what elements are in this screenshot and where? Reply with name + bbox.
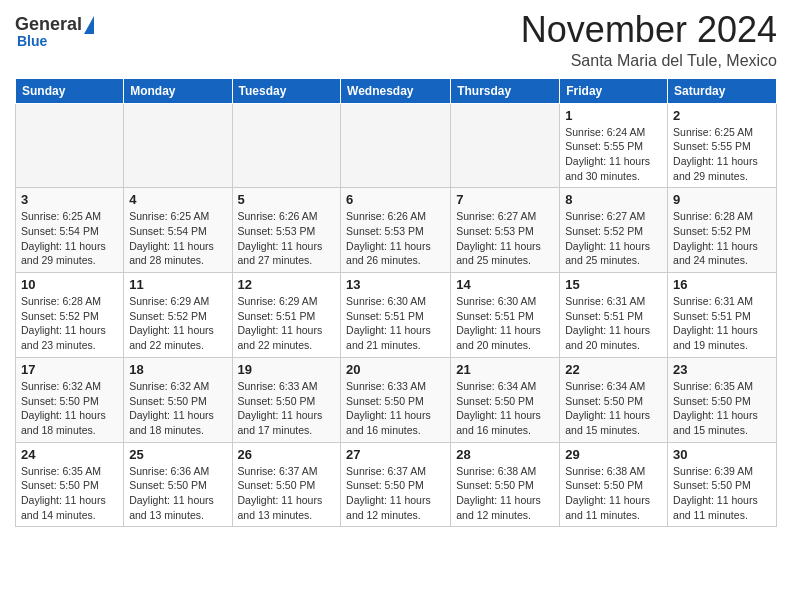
day-info: Sunrise: 6:27 AM Sunset: 5:53 PM Dayligh… — [456, 209, 554, 268]
day-info: Sunrise: 6:29 AM Sunset: 5:52 PM Dayligh… — [129, 294, 226, 353]
logo-general-text: General — [15, 14, 82, 35]
day-info: Sunrise: 6:37 AM Sunset: 5:50 PM Dayligh… — [346, 464, 445, 523]
day-number: 13 — [346, 277, 445, 292]
header-friday: Friday — [560, 78, 668, 103]
day-info: Sunrise: 6:28 AM Sunset: 5:52 PM Dayligh… — [21, 294, 118, 353]
day-info: Sunrise: 6:37 AM Sunset: 5:50 PM Dayligh… — [238, 464, 336, 523]
day-info: Sunrise: 6:30 AM Sunset: 5:51 PM Dayligh… — [346, 294, 445, 353]
day-info: Sunrise: 6:28 AM Sunset: 5:52 PM Dayligh… — [673, 209, 771, 268]
day-info: Sunrise: 6:25 AM Sunset: 5:54 PM Dayligh… — [21, 209, 118, 268]
day-number: 22 — [565, 362, 662, 377]
table-row: 7Sunrise: 6:27 AM Sunset: 5:53 PM Daylig… — [451, 188, 560, 273]
day-number: 25 — [129, 447, 226, 462]
day-info: Sunrise: 6:31 AM Sunset: 5:51 PM Dayligh… — [673, 294, 771, 353]
day-info: Sunrise: 6:34 AM Sunset: 5:50 PM Dayligh… — [565, 379, 662, 438]
table-row: 19Sunrise: 6:33 AM Sunset: 5:50 PM Dayli… — [232, 357, 341, 442]
day-number: 28 — [456, 447, 554, 462]
table-row: 15Sunrise: 6:31 AM Sunset: 5:51 PM Dayli… — [560, 273, 668, 358]
day-info: Sunrise: 6:29 AM Sunset: 5:51 PM Dayligh… — [238, 294, 336, 353]
table-row — [124, 103, 232, 188]
title-block: November 2024 Santa Maria del Tule, Mexi… — [521, 10, 777, 70]
day-number: 14 — [456, 277, 554, 292]
calendar-week-row: 10Sunrise: 6:28 AM Sunset: 5:52 PM Dayli… — [16, 273, 777, 358]
header-tuesday: Tuesday — [232, 78, 341, 103]
day-number: 10 — [21, 277, 118, 292]
header-monday: Monday — [124, 78, 232, 103]
day-number: 24 — [21, 447, 118, 462]
day-info: Sunrise: 6:27 AM Sunset: 5:52 PM Dayligh… — [565, 209, 662, 268]
table-row: 28Sunrise: 6:38 AM Sunset: 5:50 PM Dayli… — [451, 442, 560, 527]
day-number: 16 — [673, 277, 771, 292]
day-info: Sunrise: 6:26 AM Sunset: 5:53 PM Dayligh… — [238, 209, 336, 268]
table-row: 26Sunrise: 6:37 AM Sunset: 5:50 PM Dayli… — [232, 442, 341, 527]
day-number: 23 — [673, 362, 771, 377]
header-thursday: Thursday — [451, 78, 560, 103]
day-info: Sunrise: 6:32 AM Sunset: 5:50 PM Dayligh… — [21, 379, 118, 438]
day-info: Sunrise: 6:36 AM Sunset: 5:50 PM Dayligh… — [129, 464, 226, 523]
day-number: 3 — [21, 192, 118, 207]
table-row: 10Sunrise: 6:28 AM Sunset: 5:52 PM Dayli… — [16, 273, 124, 358]
day-number: 18 — [129, 362, 226, 377]
day-info: Sunrise: 6:33 AM Sunset: 5:50 PM Dayligh… — [346, 379, 445, 438]
day-number: 15 — [565, 277, 662, 292]
day-number: 5 — [238, 192, 336, 207]
calendar-week-row: 17Sunrise: 6:32 AM Sunset: 5:50 PM Dayli… — [16, 357, 777, 442]
day-info: Sunrise: 6:25 AM Sunset: 5:54 PM Dayligh… — [129, 209, 226, 268]
page: General Blue November 2024 Santa Maria d… — [0, 0, 792, 612]
day-info: Sunrise: 6:32 AM Sunset: 5:50 PM Dayligh… — [129, 379, 226, 438]
weekday-header-row: Sunday Monday Tuesday Wednesday Thursday… — [16, 78, 777, 103]
logo-text: General — [15, 14, 94, 35]
table-row: 12Sunrise: 6:29 AM Sunset: 5:51 PM Dayli… — [232, 273, 341, 358]
day-info: Sunrise: 6:34 AM Sunset: 5:50 PM Dayligh… — [456, 379, 554, 438]
table-row: 5Sunrise: 6:26 AM Sunset: 5:53 PM Daylig… — [232, 188, 341, 273]
day-info: Sunrise: 6:26 AM Sunset: 5:53 PM Dayligh… — [346, 209, 445, 268]
calendar-week-row: 24Sunrise: 6:35 AM Sunset: 5:50 PM Dayli… — [16, 442, 777, 527]
calendar-week-row: 1Sunrise: 6:24 AM Sunset: 5:55 PM Daylig… — [16, 103, 777, 188]
table-row: 4Sunrise: 6:25 AM Sunset: 5:54 PM Daylig… — [124, 188, 232, 273]
table-row: 24Sunrise: 6:35 AM Sunset: 5:50 PM Dayli… — [16, 442, 124, 527]
header: General Blue November 2024 Santa Maria d… — [15, 10, 777, 70]
location-title: Santa Maria del Tule, Mexico — [521, 52, 777, 70]
day-number: 8 — [565, 192, 662, 207]
day-number: 12 — [238, 277, 336, 292]
table-row: 3Sunrise: 6:25 AM Sunset: 5:54 PM Daylig… — [16, 188, 124, 273]
table-row: 23Sunrise: 6:35 AM Sunset: 5:50 PM Dayli… — [668, 357, 777, 442]
table-row: 2Sunrise: 6:25 AM Sunset: 5:55 PM Daylig… — [668, 103, 777, 188]
day-number: 9 — [673, 192, 771, 207]
logo: General Blue — [15, 14, 94, 49]
day-number: 11 — [129, 277, 226, 292]
day-number: 30 — [673, 447, 771, 462]
day-number: 21 — [456, 362, 554, 377]
day-number: 7 — [456, 192, 554, 207]
day-info: Sunrise: 6:38 AM Sunset: 5:50 PM Dayligh… — [565, 464, 662, 523]
day-number: 20 — [346, 362, 445, 377]
day-info: Sunrise: 6:25 AM Sunset: 5:55 PM Dayligh… — [673, 125, 771, 184]
day-number: 1 — [565, 108, 662, 123]
day-info: Sunrise: 6:30 AM Sunset: 5:51 PM Dayligh… — [456, 294, 554, 353]
table-row: 14Sunrise: 6:30 AM Sunset: 5:51 PM Dayli… — [451, 273, 560, 358]
day-number: 2 — [673, 108, 771, 123]
table-row — [16, 103, 124, 188]
day-info: Sunrise: 6:39 AM Sunset: 5:50 PM Dayligh… — [673, 464, 771, 523]
table-row — [451, 103, 560, 188]
logo-triangle-icon — [84, 16, 94, 34]
table-row: 29Sunrise: 6:38 AM Sunset: 5:50 PM Dayli… — [560, 442, 668, 527]
header-wednesday: Wednesday — [341, 78, 451, 103]
table-row: 9Sunrise: 6:28 AM Sunset: 5:52 PM Daylig… — [668, 188, 777, 273]
day-info: Sunrise: 6:35 AM Sunset: 5:50 PM Dayligh… — [673, 379, 771, 438]
table-row: 21Sunrise: 6:34 AM Sunset: 5:50 PM Dayli… — [451, 357, 560, 442]
day-number: 27 — [346, 447, 445, 462]
table-row: 16Sunrise: 6:31 AM Sunset: 5:51 PM Dayli… — [668, 273, 777, 358]
table-row: 1Sunrise: 6:24 AM Sunset: 5:55 PM Daylig… — [560, 103, 668, 188]
table-row — [341, 103, 451, 188]
day-number: 4 — [129, 192, 226, 207]
day-info: Sunrise: 6:31 AM Sunset: 5:51 PM Dayligh… — [565, 294, 662, 353]
table-row: 8Sunrise: 6:27 AM Sunset: 5:52 PM Daylig… — [560, 188, 668, 273]
table-row: 6Sunrise: 6:26 AM Sunset: 5:53 PM Daylig… — [341, 188, 451, 273]
day-number: 6 — [346, 192, 445, 207]
table-row: 20Sunrise: 6:33 AM Sunset: 5:50 PM Dayli… — [341, 357, 451, 442]
table-row: 30Sunrise: 6:39 AM Sunset: 5:50 PM Dayli… — [668, 442, 777, 527]
calendar-table: Sunday Monday Tuesday Wednesday Thursday… — [15, 78, 777, 528]
day-number: 17 — [21, 362, 118, 377]
table-row: 13Sunrise: 6:30 AM Sunset: 5:51 PM Dayli… — [341, 273, 451, 358]
